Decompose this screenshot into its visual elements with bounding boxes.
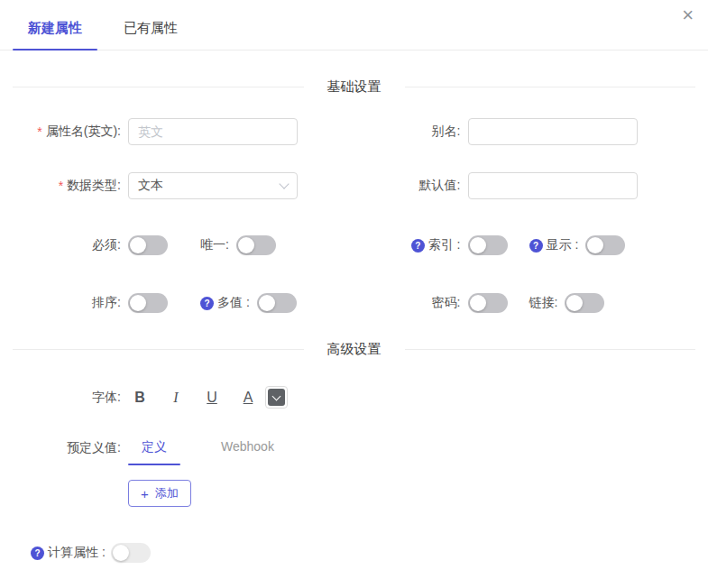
close-icon[interactable]: × (682, 5, 694, 25)
computed-attribute-label: 计算属性 : (48, 545, 106, 561)
help-icon[interactable]: ? (411, 239, 425, 253)
row-type-default: * 数据类型: 文本 默认值: (0, 172, 708, 199)
link-toggle[interactable] (565, 293, 604, 313)
basic-settings-title: 基础设置 (304, 78, 405, 96)
divider-line (405, 87, 696, 87)
switch-cell-right-2: 密码: 链接: (354, 293, 708, 313)
data-type-select[interactable]: 文本 (128, 172, 298, 199)
required-toggle[interactable] (128, 235, 168, 255)
switch-row-1: 必须: 唯一: ? 索引 : ? 显示 : (0, 235, 708, 255)
switch-cell-left-2: 排序: ? 多值 : (0, 293, 354, 313)
password-switch-label: 密码: (354, 295, 461, 311)
switch-row-2: 排序: ? 多值 : 密码: 链接: (0, 293, 708, 313)
index-switch-label: ? 索引 : (354, 237, 461, 253)
underline-button[interactable]: U (198, 390, 225, 406)
display-switch-label: ? 显示 : (529, 237, 579, 253)
attr-name-input[interactable] (128, 118, 298, 145)
dialog-tabbar: 新建属性 已有属性 (0, 0, 708, 51)
tab-existing-attribute[interactable]: 已有属性 (108, 20, 193, 50)
display-toggle[interactable] (585, 235, 625, 255)
divider-line (13, 349, 304, 350)
predefined-values-row: 预定义值: 定义 Webhook (0, 439, 708, 465)
divider-line (405, 349, 696, 350)
predefined-sub-tabs: 定义 Webhook (128, 439, 288, 465)
help-icon[interactable]: ? (31, 547, 44, 560)
switch-cell-left-1: 必须: 唯一: (0, 235, 354, 255)
field-data-type: * 数据类型: 文本 (0, 172, 354, 199)
font-label: 字体: (0, 390, 121, 406)
font-color-button[interactable]: A (234, 390, 262, 406)
italic-button[interactable]: I (162, 390, 189, 406)
advanced-settings-divider: 高级设置 (13, 340, 695, 359)
alias-input[interactable] (468, 118, 638, 145)
add-button[interactable]: + 添加 (128, 480, 191, 507)
row-name-alias: * 属性名(英文): 别名: (0, 118, 708, 145)
multivalue-toggle[interactable] (257, 293, 297, 313)
chevron-down-icon (272, 391, 281, 400)
plus-icon: + (141, 487, 149, 501)
data-type-value: 文本 (138, 178, 163, 194)
predefined-values-label: 预定义值: (0, 440, 121, 456)
field-alias: 别名: (354, 118, 708, 145)
computed-attribute-row: ? 计算属性 : (0, 543, 708, 563)
computed-attribute-toggle[interactable] (111, 543, 151, 563)
add-button-row: + 添加 (0, 465, 708, 507)
index-toggle[interactable] (468, 235, 508, 255)
alias-label: 别名: (354, 124, 461, 140)
color-swatch (268, 389, 285, 406)
unique-toggle[interactable] (236, 235, 276, 255)
unique-switch-label: 唯一: (200, 237, 229, 253)
multivalue-switch-label: ? 多值 : (200, 295, 250, 311)
required-mark: * (37, 124, 41, 139)
font-color-picker-button[interactable] (265, 386, 288, 409)
chevron-down-icon (279, 179, 289, 188)
default-value-input[interactable] (468, 172, 638, 199)
divider-line (13, 87, 304, 87)
required-mark: * (59, 179, 63, 193)
sort-switch-label: 排序: (0, 295, 121, 311)
attr-name-label: * 属性名(英文): (0, 124, 121, 140)
link-switch-label: 链接: (529, 295, 558, 311)
bold-button[interactable]: B (126, 390, 153, 406)
tab-new-attribute[interactable]: 新建属性 (13, 20, 97, 50)
field-attr-name: * 属性名(英文): (0, 118, 354, 145)
required-switch-label: 必须: (0, 237, 121, 253)
new-attribute-dialog: × 新建属性 已有属性 基础设置 * 属性名(英文): 别名: * 数据类型: (0, 0, 708, 588)
advanced-settings-title: 高级设置 (304, 341, 405, 358)
field-default-value: 默认值: (354, 172, 708, 199)
tab-define[interactable]: 定义 (128, 439, 180, 465)
font-format-row: 字体: B I U A (0, 386, 708, 409)
tab-webhook[interactable]: Webhook (207, 439, 288, 465)
sort-toggle[interactable] (128, 293, 168, 313)
default-value-label: 默认值: (354, 178, 461, 194)
basic-settings-divider: 基础设置 (13, 78, 695, 96)
password-toggle[interactable] (468, 293, 508, 313)
help-icon[interactable]: ? (200, 297, 214, 310)
switch-cell-right-1: ? 索引 : ? 显示 : (354, 235, 708, 255)
data-type-label: * 数据类型: (0, 178, 121, 194)
help-icon[interactable]: ? (529, 239, 543, 253)
